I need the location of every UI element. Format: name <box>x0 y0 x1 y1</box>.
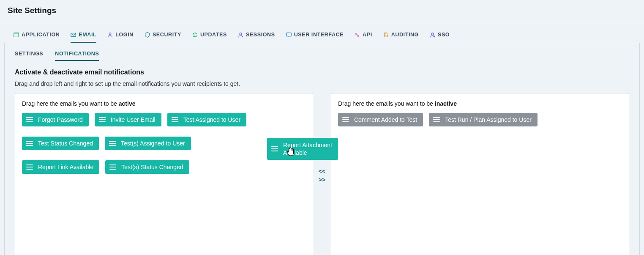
active-dropzone[interactable]: Drag here the emails you want to be acti… <box>15 93 313 255</box>
svg-rect-1 <box>71 33 76 36</box>
inactive-header-strong: inactive <box>435 100 457 107</box>
chip-label: Comment Added to Test <box>354 116 417 123</box>
tab-label: SECURITY <box>153 32 181 38</box>
section-description: Drag and drop left and right to set up t… <box>15 80 629 87</box>
chip-label: Test Run / Plan Assigned to User <box>445 116 532 123</box>
secondary-tabs: SETTINGS NOTIFICATIONS <box>15 51 629 61</box>
active-chips: Forgot Password Invite User Email Test A… <box>22 113 306 174</box>
tab-label: EMAIL <box>79 32 96 38</box>
dragging-chip[interactable]: Report Attachment Available <box>267 138 338 160</box>
sessions-icon <box>238 32 243 38</box>
chip-test-status-changed[interactable]: Test Status Changed <box>22 137 99 150</box>
drag-handle-icon[interactable] <box>109 141 116 146</box>
dragging-chip-label-line1: Report Attachment <box>283 141 332 149</box>
tab-label: AUDITING <box>391 32 419 38</box>
security-icon <box>145 32 150 38</box>
api-icon <box>355 32 360 38</box>
dual-list: Drag here the emails you want to be acti… <box>15 93 629 255</box>
chip-label: Report Link Available <box>38 164 93 170</box>
chip-invite-user-email[interactable]: Invite User Email <box>95 113 161 126</box>
chip-report-link-available[interactable]: Report Link Available <box>22 160 99 174</box>
tab-label: APPLICATION <box>22 32 60 38</box>
application-icon <box>14 32 19 38</box>
chip-label: Test(s) Status Changed <box>121 164 183 170</box>
chip-test-assigned-to-user[interactable]: Test Assigned to User <box>167 113 246 126</box>
tab-api[interactable]: API <box>355 31 372 43</box>
tab-label: SSO <box>438 32 450 38</box>
tab-user-interface[interactable]: USER INTERFACE <box>286 31 344 43</box>
inactive-dropzone-header: Drag here the emails you want to be inac… <box>338 100 622 107</box>
svg-rect-4 <box>286 33 291 36</box>
primary-tabs: APPLICATION EMAIL LOGIN SECURITY UPDATES… <box>0 31 644 43</box>
svg-point-2 <box>109 33 111 35</box>
page-title: Site Settings <box>0 0 644 23</box>
tab-sessions[interactable]: SESSIONS <box>238 31 275 43</box>
user-interface-icon <box>286 32 292 38</box>
move-buttons: << >> <box>313 93 331 255</box>
drag-handle-icon[interactable] <box>99 117 106 122</box>
tab-label: API <box>363 32 372 38</box>
svg-point-8 <box>387 36 388 37</box>
tab-sso[interactable]: SSO <box>430 31 450 43</box>
active-header-prefix: Drag here the emails you want to be <box>22 100 119 107</box>
subtab-notifications[interactable]: NOTIFICATIONS <box>55 51 99 61</box>
chip-tests-assigned-to-user[interactable]: Test(s) Assigned to User <box>105 137 191 150</box>
svg-point-5 <box>356 33 357 34</box>
svg-point-10 <box>434 36 434 36</box>
tab-auditing[interactable]: AUDITING <box>383 31 419 43</box>
svg-rect-0 <box>14 33 19 37</box>
tab-email[interactable]: EMAIL <box>71 31 96 43</box>
active-dropzone-header: Drag here the emails you want to be acti… <box>22 100 306 107</box>
svg-point-9 <box>431 33 434 35</box>
active-header-strong: active <box>119 100 136 107</box>
login-icon <box>107 32 113 38</box>
subtab-settings[interactable]: SETTINGS <box>15 51 43 61</box>
updates-icon <box>192 32 198 38</box>
tab-label: SESSIONS <box>246 32 275 38</box>
tab-application[interactable]: APPLICATION <box>14 31 60 43</box>
drag-handle-icon[interactable] <box>172 117 178 122</box>
inactive-header-prefix: Drag here the emails you want to be <box>338 100 435 107</box>
chip-label: Test Status Changed <box>38 140 93 147</box>
svg-point-6 <box>357 35 359 36</box>
tab-security[interactable]: SECURITY <box>145 31 181 43</box>
section-title: Activate & deactivate email notification… <box>15 69 629 76</box>
drag-handle-icon[interactable] <box>271 146 278 151</box>
drag-handle-icon[interactable] <box>26 117 33 122</box>
chip-tests-status-changed[interactable]: Test(s) Status Changed <box>105 160 189 174</box>
inactive-dropzone[interactable]: Drag here the emails you want to be inac… <box>331 93 629 255</box>
chip-label: Invite User Email <box>111 116 156 123</box>
auditing-icon <box>383 32 389 38</box>
chip-forgot-password[interactable]: Forgot Password <box>22 113 89 126</box>
tab-label: UPDATES <box>200 32 227 38</box>
email-icon <box>71 32 76 38</box>
chip-test-run-plan-assigned[interactable]: Test Run / Plan Assigned to User <box>429 113 538 126</box>
tab-label: USER INTERFACE <box>294 32 344 38</box>
move-all-right-button[interactable]: >> <box>319 176 325 183</box>
svg-point-3 <box>240 33 242 35</box>
inactive-chips: Comment Added to Test Test Run / Plan As… <box>338 113 622 126</box>
tab-login[interactable]: LOGIN <box>107 31 134 43</box>
tab-updates[interactable]: UPDATES <box>192 31 227 43</box>
drag-handle-icon[interactable] <box>342 117 349 122</box>
drag-handle-icon[interactable] <box>109 165 116 170</box>
chip-label: Test Assigned to User <box>183 116 240 123</box>
chip-label: Test(s) Assigned to User <box>121 140 185 147</box>
drag-handle-icon[interactable] <box>26 165 33 170</box>
drag-handle-icon[interactable] <box>433 117 440 122</box>
chip-comment-added-to-test[interactable]: Comment Added to Test <box>338 113 423 126</box>
drag-handle-icon[interactable] <box>26 141 33 146</box>
move-all-left-button[interactable]: << <box>319 168 325 175</box>
dragging-chip-label-line2: Available <box>283 149 332 156</box>
chip-label: Forgot Password <box>38 116 83 123</box>
sso-icon <box>430 32 435 38</box>
tab-label: LOGIN <box>115 32 134 38</box>
